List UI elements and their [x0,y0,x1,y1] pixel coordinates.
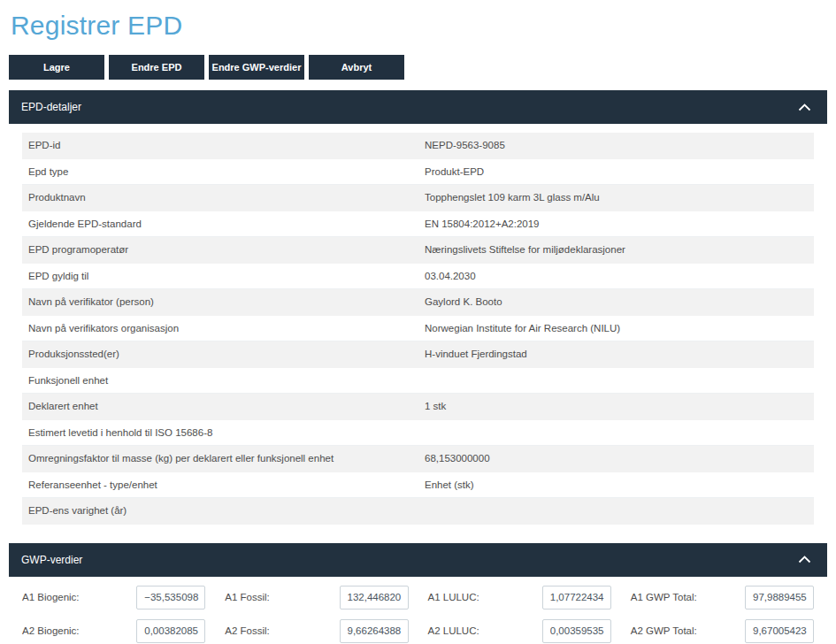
detail-label: Navn på verifikators organisasjon [22,323,425,334]
table-row: EPD-ens varighet (år) [22,498,814,525]
table-row: Deklarert enhet 1 stk [22,394,814,420]
detail-value: Topphengslet 109 karm 3L glass m/Alu [425,192,814,203]
detail-label: EPD-id [22,140,425,150]
table-row: Referanseenhet - type/enhet Enhet (stk) [22,472,814,499]
detail-label: Referanseenhet - type/enhet [22,479,425,490]
gwp-values-section-title: GWP-verdier [21,554,82,566]
detail-label: EPD programoperatør [22,244,425,255]
edit-gwp-values-button[interactable]: Endre GWP-verdier [209,55,304,80]
table-row: Navn på verifikators organisasjon Norweg… [22,316,814,342]
gwp-field: A2 Biogenic: [22,619,205,643]
gwp-values-section-header[interactable]: GWP-verdier [9,543,827,577]
table-row: Omregningsfaktor til masse (kg) per dekl… [22,446,814,472]
a2-fossil-input[interactable] [340,619,409,643]
a1-gwp-total-label: A1 GWP Total: [631,592,697,602]
page-title: Registrer EPD [9,0,827,41]
epd-details-section-header[interactable]: EPD-detaljer [9,90,827,124]
detail-label: Epd type [22,166,425,177]
a2-gwp-total-input[interactable] [745,619,814,643]
gwp-row-a1: A1 Biogenic: A1 Fossil: A1 LULUC: A1 GWP… [22,586,814,610]
gwp-values-section: GWP-verdier A1 Biogenic: A1 Fossil: A1 L… [9,543,827,643]
cancel-button[interactable]: Avbryt [309,55,404,80]
a1-luluc-label: A1 LULUC: [428,592,479,602]
table-row: Produktnavn Topphengslet 109 karm 3L gla… [22,185,814,211]
detail-label: Navn på verifikator (person) [22,296,425,307]
table-row: Epd type Produkt-EPD [22,159,814,186]
table-row: Navn på verifikator (person) Gaylord K. … [22,289,814,316]
detail-value: Næringslivets Stiftelse for miljødeklara… [425,244,814,255]
a1-fossil-input[interactable] [340,586,409,610]
a2-luluc-input[interactable] [542,619,611,643]
toolbar: Lagre Endre EPD Endre GWP-verdier Avbryt [9,55,827,80]
detail-value: 03.04.2030 [425,271,814,281]
page: Registrer EPD Lagre Endre EPD Endre GWP-… [0,0,836,644]
gwp-row-a2: A2 Biogenic: A2 Fossil: A2 LULUC: A2 GWP… [22,619,814,643]
table-row: Gjeldende EPD-standard EN 15804:2012+A2:… [22,211,814,238]
epd-details-section: EPD-detaljer EPD-id NEPD-9563-9085 Epd t… [9,90,827,525]
gwp-field: A2 LULUC: [428,619,611,643]
save-button[interactable]: Lagre [9,55,104,80]
gwp-field: A1 GWP Total: [631,586,814,610]
gwp-field: A1 Biogenic: [22,586,205,610]
detail-value: H-vinduet Fjerdingstad [425,349,814,359]
a1-fossil-label: A1 Fossil: [225,592,270,602]
detail-value: EN 15804:2012+A2:2019 [425,218,814,229]
table-row: EPD programoperatør Næringslivets Stifte… [22,237,814,264]
detail-value: Enhet (stk) [425,479,814,490]
detail-label: Produksjonssted(er) [22,349,425,359]
table-row: Estimert levetid i henhold til ISO 15686… [22,420,814,447]
detail-value: 68,153000000 [425,453,814,464]
table-row: EPD-id NEPD-9563-9085 [22,133,814,159]
table-row: Produksjonssted(er) H-vinduet Fjerdingst… [22,341,814,368]
detail-value: 1 stk [425,401,814,411]
epd-details-section-title: EPD-detaljer [21,101,81,113]
table-row: Funksjonell enhet [22,368,814,395]
detail-value: Norwegian Institute for Air Research (NI… [425,323,814,334]
detail-label: EPD gyldig til [22,271,425,281]
detail-label: Funksjonell enhet [22,375,425,386]
a2-gwp-total-label: A2 GWP Total: [631,625,697,636]
a2-luluc-label: A2 LULUC: [428,625,479,636]
a2-biogenic-input[interactable] [136,619,205,643]
detail-label: Omregningsfaktor til masse (kg) per dekl… [22,453,425,464]
gwp-field: A1 LULUC: [428,586,611,610]
gwp-field: A2 GWP Total: [631,619,814,643]
a1-luluc-input[interactable] [542,586,611,610]
detail-value: NEPD-9563-9085 [425,140,814,150]
chevron-up-icon[interactable] [798,556,811,564]
detail-label: EPD-ens varighet (år) [22,505,425,516]
table-row: EPD gyldig til 03.04.2030 [22,264,814,290]
detail-value: Gaylord K. Booto [425,296,814,307]
a1-gwp-total-input[interactable] [745,586,814,610]
gwp-field: A1 Fossil: [225,586,408,610]
a1-biogenic-input[interactable] [136,586,205,610]
a1-biogenic-label: A1 Biogenic: [22,592,80,602]
a2-biogenic-label: A2 Biogenic: [22,625,80,636]
edit-epd-button[interactable]: Endre EPD [109,55,204,80]
chevron-up-icon[interactable] [798,104,811,111]
gwp-field: A2 Fossil: [225,619,408,643]
detail-label: Deklarert enhet [22,401,425,411]
detail-label: Gjeldende EPD-standard [22,218,425,229]
gwp-values-grid: A1 Biogenic: A1 Fossil: A1 LULUC: A1 GWP… [22,586,814,643]
epd-details-table: EPD-id NEPD-9563-9085 Epd type Produkt-E… [22,133,814,525]
detail-value: Produkt-EPD [425,166,814,177]
a2-fossil-label: A2 Fossil: [225,625,270,636]
detail-label: Produktnavn [22,192,425,203]
detail-label: Estimert levetid i henhold til ISO 15686… [22,427,425,438]
